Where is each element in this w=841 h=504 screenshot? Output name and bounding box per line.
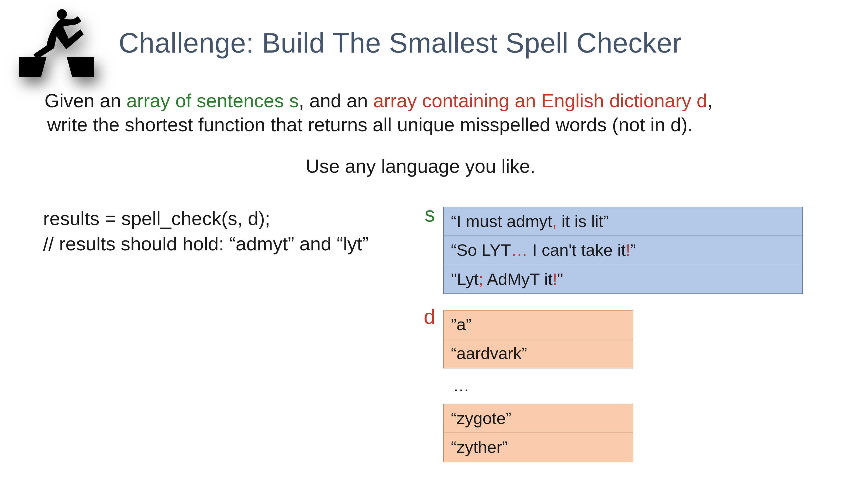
d-row: ”a”	[444, 310, 633, 339]
challenge-icon	[19, 8, 94, 78]
s-array: “I must admyt, it is lit” “So LYT… I can…	[443, 207, 803, 294]
text: AdMyT it	[483, 270, 553, 288]
punct: …	[511, 241, 528, 259]
text: I can't take it	[528, 241, 626, 259]
d-row: “zygote”	[444, 404, 633, 433]
subprompt: Use any language you like.	[0, 155, 841, 177]
code-line-2: // results should hold: “admyt” and “lyt…	[43, 231, 369, 256]
d-row: “zyther”	[444, 433, 633, 462]
s-row: “I must admyt, it is lit”	[444, 207, 803, 236]
text: "	[557, 270, 563, 288]
punct: !	[626, 241, 630, 259]
punct: ,	[552, 212, 557, 231]
s-label: s	[425, 202, 435, 227]
text: ”	[630, 241, 636, 259]
svg-point-0	[57, 9, 67, 19]
prompt-green: array of sentences s	[126, 90, 299, 111]
prompt-pre: Given an	[44, 90, 126, 111]
d-ellipsis: …	[453, 376, 469, 395]
text: it is lit”	[557, 212, 609, 231]
slide: Challenge: Build The Smallest Spell Chec…	[0, 0, 841, 504]
prompt-post: ,	[707, 90, 713, 111]
text: “I must admyt	[451, 212, 552, 231]
d-label: d	[424, 305, 435, 329]
text: “So LYT	[451, 241, 511, 259]
prompt-text: Given an array of sentences s, and an ar…	[44, 89, 809, 137]
punct: ;	[479, 270, 483, 288]
slide-title: Challenge: Build The Smallest Spell Chec…	[119, 28, 682, 58]
s-row: "Lyt; AdMyT it!"	[444, 265, 803, 293]
header: Challenge: Build The Smallest Spell Chec…	[19, 8, 825, 78]
text: "Lyt	[451, 270, 479, 288]
s-row: “So LYT… I can't take it!”	[444, 236, 803, 265]
punct: !	[553, 270, 557, 288]
d-array-top: ”a” “aardvark”	[443, 310, 633, 368]
d-array-bottom: “zygote” “zyther”	[443, 404, 633, 462]
prompt-mid: , and an	[299, 90, 373, 111]
d-row: “aardvark”	[444, 339, 633, 367]
prompt-red: array containing an English dictionary d	[373, 90, 707, 111]
prompt-line2: write the shortest function that returns…	[47, 113, 809, 137]
code-block: results = spell_check(s, d); // results …	[43, 206, 369, 256]
code-line-1: results = spell_check(s, d);	[43, 206, 369, 231]
